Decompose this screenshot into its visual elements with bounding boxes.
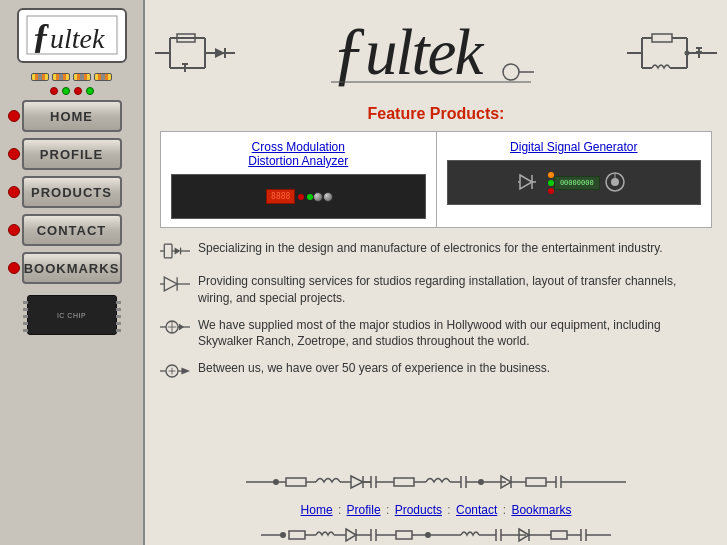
nav-home[interactable]: HOME <box>22 100 122 132</box>
svg-rect-22 <box>652 34 672 42</box>
sidebar: ƒultek HOME PROFILE PRODUCTS CONTACT BOO… <box>0 0 145 545</box>
feature-text-1: Specializing in the design and manufactu… <box>198 238 663 257</box>
feature-item-3: We have supplied most of the major studi… <box>160 315 712 351</box>
nav-profile[interactable]: PROFILE <box>22 138 122 170</box>
led-green-2 <box>86 87 94 95</box>
separator-2: : <box>386 503 393 517</box>
circuit-right <box>627 13 717 93</box>
svg-marker-45 <box>175 247 181 254</box>
feature-icon-2 <box>160 271 190 296</box>
svg-rect-89 <box>526 478 546 486</box>
products-row: Cross ModulationDistortion Analyzer 8888… <box>160 131 712 228</box>
svg-rect-97 <box>289 531 305 539</box>
main-content: ƒultek <box>145 0 727 545</box>
bottom-nav-bookmarks[interactable]: Bookmarks <box>511 503 571 517</box>
svg-point-65 <box>273 479 279 485</box>
product-cross-mod-link[interactable]: Cross ModulationDistortion Analyzer <box>171 140 426 168</box>
svg-point-37 <box>611 178 619 186</box>
resistors-decoration <box>31 73 112 81</box>
led-red-2 <box>74 87 82 95</box>
svg-marker-57 <box>179 324 184 331</box>
led-red-1 <box>50 87 58 95</box>
separator-1: : <box>338 503 345 517</box>
led-green-1 <box>62 87 70 95</box>
sidebar-logo: ƒultek <box>17 8 127 63</box>
svg-rect-67 <box>286 478 306 486</box>
svg-rect-78 <box>394 478 414 486</box>
circuit-left <box>155 13 235 93</box>
feature-text-2: Providing consulting services for studio… <box>198 271 712 307</box>
svg-text:ƒultek: ƒultek <box>32 16 105 56</box>
svg-marker-100 <box>346 529 356 541</box>
feature-text-4: Between us, we have over 50 years of exp… <box>198 358 550 377</box>
fultek-logo: ƒultek <box>235 14 627 92</box>
feature-item-1: Specializing in the design and manufactu… <box>160 238 712 263</box>
bottom-nav-profile[interactable]: Profile <box>347 503 381 517</box>
nav-contact[interactable]: CONTACT <box>22 214 122 246</box>
svg-point-96 <box>280 532 286 538</box>
feature-icon-1 <box>160 238 190 263</box>
separator-4: : <box>503 503 510 517</box>
svg-marker-70 <box>351 476 363 488</box>
bottom-nav: Home : Profile : Products : Contact : Bo… <box>145 499 727 525</box>
bottom-nav-home[interactable]: Home <box>301 503 333 517</box>
nav-products[interactable]: PRODUCTS <box>22 176 122 208</box>
nav-bookmarks[interactable]: BOOKMARKS <box>22 252 122 284</box>
svg-marker-32 <box>520 175 532 189</box>
features-list: Specializing in the design and manufactu… <box>145 238 727 464</box>
svg-marker-13 <box>215 48 225 58</box>
led-dots <box>50 87 94 95</box>
svg-point-84 <box>478 479 484 485</box>
top-circuit-area: ƒultek <box>145 0 727 105</box>
svg-rect-106 <box>396 531 412 539</box>
feature-text-3: We have supplied most of the major studi… <box>198 315 712 351</box>
feature-products-title: Feature Products: <box>160 105 712 123</box>
ic-chip: IC CHIP <box>27 295 117 335</box>
bottom-nav-contact[interactable]: Contact <box>456 503 497 517</box>
svg-marker-63 <box>181 367 190 374</box>
svg-text:ƒultek: ƒultek <box>331 14 484 89</box>
product-cross-mod: Cross ModulationDistortion Analyzer 8888 <box>161 132 437 227</box>
svg-point-108 <box>425 532 431 538</box>
product-dsg: Digital Signal Generator 00000000 <box>437 132 712 227</box>
bottom-circuit <box>145 525 727 545</box>
separator-3: : <box>447 503 454 517</box>
feature-icon-3 <box>160 315 190 340</box>
feature-icon-4 <box>160 358 190 383</box>
product-dsg-image: 00000000 <box>447 160 702 205</box>
svg-point-17 <box>503 64 519 80</box>
svg-rect-117 <box>551 531 567 539</box>
feature-item-2: Providing consulting services for studio… <box>160 271 712 307</box>
svg-point-31 <box>685 50 690 55</box>
feature-products-section: Feature Products: Cross ModulationDistor… <box>145 105 727 238</box>
svg-marker-49 <box>164 277 177 291</box>
feature-item-4: Between us, we have over 50 years of exp… <box>160 358 712 383</box>
product-dsg-link[interactable]: Digital Signal Generator <box>447 140 702 154</box>
circuit-divider <box>160 469 712 494</box>
chip-label: IC CHIP <box>57 312 86 319</box>
product-cross-mod-image: 8888 <box>171 174 426 219</box>
bottom-nav-products[interactable]: Products <box>395 503 442 517</box>
